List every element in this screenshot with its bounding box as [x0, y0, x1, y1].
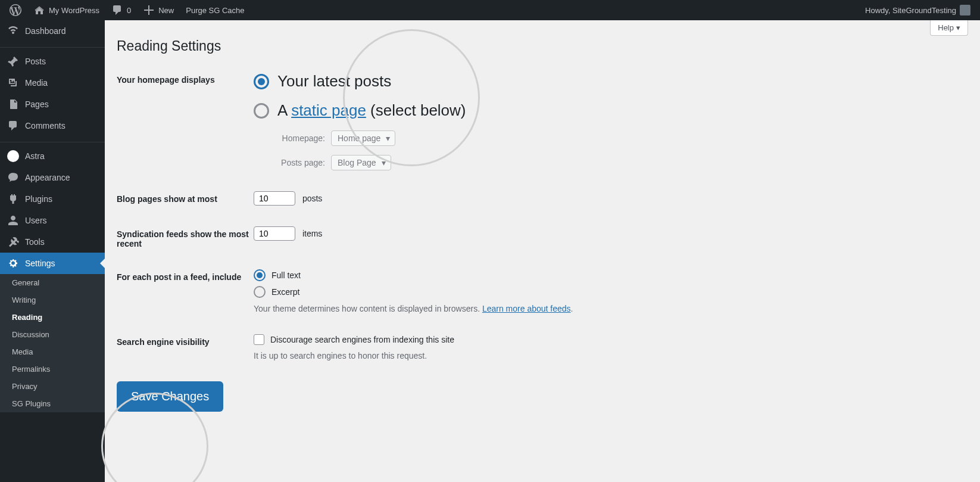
submenu-reading[interactable]: Reading — [0, 309, 105, 326]
plugin-icon — [7, 193, 19, 205]
comment-count: 0 — [127, 6, 131, 15]
admin-sidebar: Dashboard Posts Media Pages Comments Ast… — [0, 20, 105, 482]
page-title: Reading Settings — [117, 38, 968, 54]
submenu-permalinks[interactable]: Permalinks — [0, 360, 105, 378]
submenu-media[interactable]: Media — [0, 343, 105, 360]
site-name-text: My WordPress — [49, 6, 99, 15]
home-icon — [33, 4, 45, 16]
menu-label: Posts — [25, 57, 46, 66]
menu-media[interactable]: Media — [0, 72, 105, 94]
tools-icon — [7, 236, 19, 248]
menu-settings[interactable]: Settings — [0, 253, 105, 274]
user-menu[interactable]: Howdy, SiteGroundTesting — [860, 0, 975, 20]
search-visibility-label: Search engine visibility — [117, 334, 254, 347]
full-text-label: Full text — [271, 270, 301, 280]
admin-bar: My WordPress 0 New Purge SG Cache Howdy,… — [0, 0, 980, 20]
wp-logo[interactable] — [5, 0, 26, 20]
syndication-input[interactable] — [254, 226, 295, 241]
menu-label: Appearance — [25, 173, 70, 182]
suffix: (select below) — [366, 101, 466, 119]
submenu-general[interactable]: General — [0, 274, 105, 291]
pin-icon — [7, 55, 19, 67]
latest-posts-label: Your latest posts — [277, 72, 391, 91]
posts-suffix: posts — [302, 194, 322, 203]
comment-icon — [111, 4, 123, 16]
prefix: A — [277, 101, 291, 119]
settings-submenu: General Writing Reading Discussion Media… — [0, 274, 105, 412]
menu-comments[interactable]: Comments — [0, 115, 105, 136]
menu-dashboard[interactable]: Dashboard — [0, 20, 105, 42]
full-text-radio[interactable] — [254, 269, 266, 281]
items-suffix: items — [302, 229, 322, 238]
avatar — [960, 5, 970, 15]
feed-include-label: For each post in a feed, include — [117, 269, 254, 282]
menu-pages[interactable]: Pages — [0, 94, 105, 115]
comments-link[interactable]: 0 — [107, 0, 136, 20]
help-tab[interactable]: Help ▾ — [930, 20, 968, 36]
settings-icon — [7, 257, 19, 269]
feed-description: Your theme determines how content is dis… — [254, 304, 968, 313]
latest-posts-option: Your latest posts — [254, 72, 968, 91]
posts-page-select-row: Posts page: Blog Page — [277, 155, 968, 170]
menu-plugins[interactable]: Plugins — [0, 188, 105, 210]
menu-users[interactable]: Users — [0, 210, 105, 231]
full-text-option: Full text — [254, 269, 968, 281]
menu-tools[interactable]: Tools — [0, 231, 105, 253]
menu-label: Comments — [25, 121, 65, 130]
homepage-select-label: Homepage: — [277, 133, 325, 143]
discourage-checkbox[interactable] — [254, 334, 264, 345]
submenu-writing[interactable]: Writing — [0, 291, 105, 309]
site-name-link[interactable]: My WordPress — [29, 0, 104, 20]
comment-icon — [7, 120, 19, 132]
menu-label: Pages — [25, 99, 49, 109]
search-note: It is up to search engines to honor this… — [254, 351, 968, 360]
feed-include-row: For each post in a feed, include Full te… — [117, 269, 968, 313]
excerpt-label: Excerpt — [271, 287, 299, 297]
menu-separator — [0, 139, 105, 142]
blog-pages-label: Blog pages show at most — [117, 191, 254, 204]
static-page-radio[interactable] — [254, 103, 269, 119]
chevron-down-icon: ▾ — [956, 23, 960, 32]
homepage-select[interactable]: Home page — [331, 130, 395, 146]
homepage-options: Your latest posts A static page (select … — [254, 72, 968, 170]
submenu-discussion[interactable]: Discussion — [0, 326, 105, 343]
menu-appearance[interactable]: Appearance — [0, 167, 105, 188]
posts-page-select[interactable]: Blog Page — [331, 155, 391, 170]
blog-pages-input[interactable] — [254, 191, 295, 206]
plus-icon — [143, 4, 155, 16]
menu-posts[interactable]: Posts — [0, 51, 105, 72]
search-visibility-field: Discourage search engines from indexing … — [254, 334, 968, 360]
howdy-text: Howdy, SiteGroundTesting — [865, 6, 956, 15]
static-page-link[interactable]: static page — [291, 101, 366, 119]
submenu-privacy[interactable]: Privacy — [0, 378, 105, 395]
new-content-link[interactable]: New — [138, 0, 179, 20]
main-content: Help ▾ Reading Settings Your homepage di… — [105, 20, 980, 482]
search-visibility-row: Search engine visibility Discourage sear… — [117, 334, 968, 360]
menu-label: Media — [25, 78, 48, 88]
posts-page-label: Posts page: — [277, 158, 325, 167]
homepage-displays-row: Your homepage displays Your latest posts… — [117, 72, 968, 170]
users-icon — [7, 214, 19, 226]
syndication-field: items — [254, 226, 968, 241]
submenu-sg-plugins[interactable]: SG Plugins — [0, 395, 105, 412]
latest-posts-radio[interactable] — [254, 74, 269, 89]
desc-suffix: . — [571, 304, 573, 313]
discourage-label: Discourage search engines from indexing … — [270, 335, 454, 344]
feed-include-field: Full text Excerpt Your theme determines … — [254, 269, 968, 313]
feeds-learn-more-link[interactable]: Learn more about feeds — [482, 304, 571, 313]
excerpt-radio[interactable] — [254, 286, 266, 298]
excerpt-option: Excerpt — [254, 286, 968, 298]
help-label: Help — [938, 23, 954, 32]
syndication-row: Syndication feeds show the most recent i… — [117, 226, 968, 248]
appearance-icon — [7, 172, 19, 184]
menu-astra[interactable]: Astra — [0, 145, 105, 167]
save-changes-button[interactable]: Save Changes — [117, 381, 223, 412]
admin-bar-left: My WordPress 0 New Purge SG Cache — [5, 0, 249, 20]
purge-cache-link[interactable]: Purge SG Cache — [181, 0, 249, 20]
menu-label: Dashboard — [25, 26, 66, 36]
menu-label: Astra — [25, 151, 45, 161]
page-icon — [7, 98, 19, 110]
wordpress-icon — [10, 4, 21, 16]
media-icon — [7, 77, 19, 89]
menu-separator — [0, 45, 105, 48]
